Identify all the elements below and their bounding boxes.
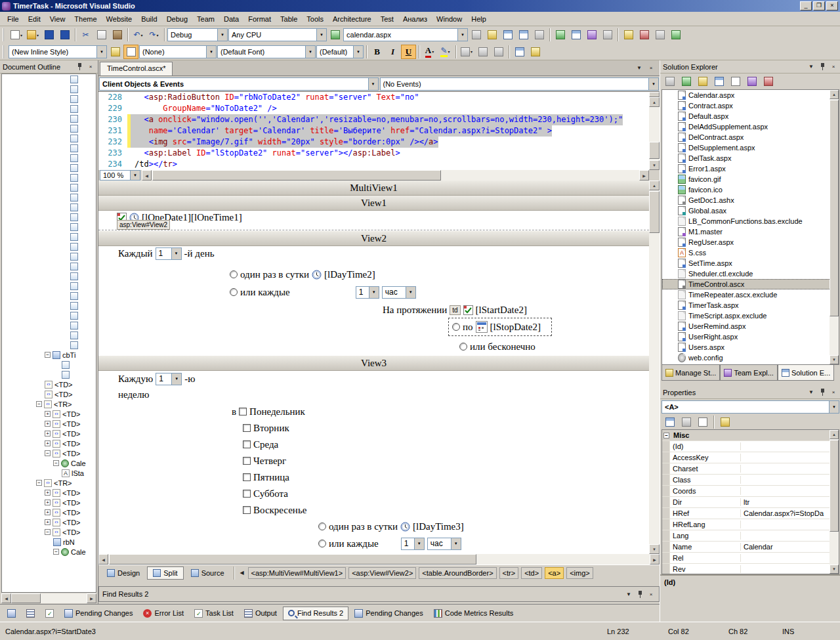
outline-item[interactable]: +<TD> [2,488,96,498]
font-size-combo[interactable]: (Default)▼ [316,45,364,58]
solution-item[interactable]: web.config [662,352,839,363]
toolbar-button[interactable] [600,28,615,42]
menu-edit[interactable]: Edit [24,13,45,25]
scroll-down-icon[interactable]: ▼ [830,355,839,364]
properties-button[interactable] [662,74,677,89]
outline-item[interactable]: rbN [2,537,96,547]
style-combo[interactable]: (New Inline Style)▼ [9,45,107,58]
collapse-icon[interactable]: − [45,352,51,358]
object-selector-combo[interactable]: <A>▼ [662,400,839,414]
pin-icon[interactable] [635,590,644,599]
menu-team[interactable]: Team [192,13,219,25]
expand-icon[interactable]: + [45,490,51,496]
style-apply-button[interactable] [108,45,123,59]
outline-item[interactable] [2,114,96,123]
weekday-checkbox[interactable] [243,506,251,514]
outline-item[interactable] [2,330,96,340]
find-results-panel[interactable]: Find Results 2 ▼ × [98,586,660,602]
toolbar-grip[interactable] [3,45,5,58]
scroll-thumb[interactable] [152,170,441,181]
zoom-combo[interactable]: 100 %▼ [100,170,140,181]
outline-item[interactable] [2,133,96,143]
outline-item[interactable] [2,202,96,212]
highlight-color-button[interactable]: ✎▾ [438,45,453,59]
code-line[interactable]: 228 <asp:RadioButton ID="rbNoToDate2" ru… [98,92,649,103]
tag-breadcrumb[interactable]: <a> [545,567,564,579]
numbered-list-button[interactable] [475,45,490,59]
scroll-left-icon[interactable]: ◀ [98,554,108,565]
scroll-up-icon[interactable]: ▲ [830,90,839,99]
menu-theme[interactable]: Theme [70,13,101,25]
validator-glyph-icon[interactable] [463,305,473,315]
expand-icon[interactable]: + [45,500,51,505]
toolbar-button[interactable] [568,28,583,42]
menu-build[interactable]: Build [136,13,161,25]
outline-item[interactable]: −<TD> [2,448,96,458]
outline-item[interactable] [2,320,96,330]
scroll-thumb[interactable] [649,142,660,159]
dock-tab-managest[interactable]: Manage St... [662,365,720,381]
solution-item[interactable]: UserRight.aspx [662,331,839,342]
startdate2-label[interactable]: [lStartDate2] [476,305,527,316]
toolbar-button[interactable] [621,28,636,42]
scroll-thumb[interactable] [830,440,839,532]
designer-vscrollbar[interactable]: ▲ ▼ [649,181,660,554]
tag-breadcrumb[interactable]: <table.AroundBorder> [419,567,496,579]
events-button[interactable] [717,415,732,429]
outline-item[interactable]: −<TD> [2,527,96,537]
outline-item[interactable] [2,123,96,133]
outline-item[interactable]: +<TD> [2,507,96,517]
font-combo[interactable]: (Default Font)▼ [217,45,316,58]
menu-help[interactable]: Help [467,13,491,25]
outline-item[interactable]: lSta [2,468,96,478]
chevron-down-icon[interactable]: ▼ [807,388,816,396]
bottom-tab-error-list[interactable]: Error List [138,607,188,620]
view-tag-chip[interactable]: asp:View#View2 [117,220,170,230]
collapse-icon[interactable]: − [53,460,59,466]
weekday-checkbox[interactable] [239,408,247,416]
scroll-right-icon[interactable]: ▶ [87,593,96,603]
scroll-right-icon[interactable]: ▶ [650,554,660,565]
every-hours-radio3[interactable] [318,540,326,547]
bottom-tab-icon[interactable] [3,607,20,620]
tag-breadcrumb[interactable]: <img> [566,567,593,579]
stopdate2-label[interactable]: [lStopDate2] [490,322,541,333]
once-per-day-radio3[interactable] [318,523,326,530]
solution-item[interactable]: DelSupplement.aspx [662,142,839,153]
collapse-icon[interactable]: − [45,529,51,535]
scroll-left-icon[interactable]: ◀ [142,170,152,181]
outline-item[interactable] [2,301,96,310]
td-tag-chip[interactable]: td [450,305,460,315]
outline-item[interactable] [2,281,96,291]
property-row[interactable]: Rev [662,564,839,574]
solution-config-combo[interactable]: Debug▼ [167,28,228,41]
bottom-tab-icon[interactable] [22,607,39,620]
start-page-combo[interactable]: calendar.aspx▼ [343,28,468,41]
solution-item[interactable]: RegUser.aspx [662,237,839,247]
collapse-icon[interactable]: − [53,549,59,555]
bottom-tab-code-metrics-results[interactable]: Code Metrics Results [429,607,518,620]
asp-configuration-button[interactable] [761,74,776,89]
cut-button[interactable]: ✂ [78,28,93,42]
chevron-down-icon[interactable]: ▼ [807,62,816,71]
code-line[interactable]: 232 <img src="Image/7.gif" width="20px" … [98,137,649,148]
expand-icon[interactable]: + [45,431,51,437]
outline-hscrollbar[interactable]: ◀ ▶ [1,593,96,603]
solution-item[interactable]: Default.aspx [662,111,839,121]
toolbar-button[interactable] [584,28,599,42]
menu-architecture[interactable]: Architecture [328,13,376,25]
tag-breadcrumb[interactable]: <asp:MultiView#MultiView1> [248,567,346,579]
solution-item[interactable]: TimerTask.aspx [662,300,839,310]
solution-tree[interactable]: Calendar.aspxContract.aspxDefault.aspxDe… [662,89,839,365]
property-row[interactable]: Class [662,475,839,486]
save-all-button[interactable] [57,28,72,42]
solution-item[interactable]: Global.asax [662,205,839,216]
weekday-checkbox[interactable] [243,473,251,481]
solution-vscrollbar[interactable]: ▲▼ [830,90,839,364]
solution-item[interactable]: Contract.aspx [662,100,839,111]
solution-item[interactable]: favicon.ico [662,184,839,195]
title-bar[interactable]: TimerTask - Microsoft Visual Studio _ ❐ … [0,0,840,12]
code-line[interactable]: 233 <asp:Label ID="lStopDate2" runat="se… [98,148,649,159]
outline-item[interactable]: −Cale [2,547,96,557]
outline-item[interactable]: <TD> [2,389,96,399]
